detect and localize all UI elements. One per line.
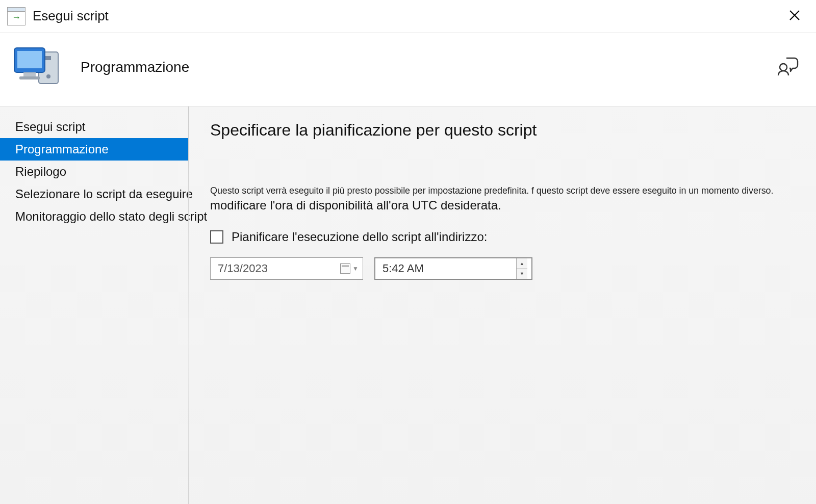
nav-item-select-script[interactable]: Selezionare lo script da eseguire	[0, 183, 188, 205]
svg-rect-6	[17, 51, 42, 68]
feedback-icon[interactable]	[776, 54, 801, 81]
svg-rect-7	[23, 72, 36, 76]
nav-label: Riepilogo	[15, 165, 66, 178]
svg-point-4	[46, 74, 50, 78]
computer-icon	[9, 42, 65, 93]
svg-point-9	[780, 64, 787, 71]
time-value: 5:42 AM	[382, 262, 516, 275]
nav-label: Monitoraggio dello stato degli script	[15, 209, 207, 223]
nav-label: Selezionare lo script da eseguire	[15, 187, 193, 201]
schedule-checkbox[interactable]	[210, 230, 223, 244]
window-title: Esegui script	[33, 8, 109, 24]
spinner-down-icon[interactable]: ▼	[517, 269, 527, 279]
time-field[interactable]: 5:42 AM ▲ ▼	[374, 257, 532, 280]
app-icon: →	[7, 7, 26, 25]
datetime-fields: 7/13/2023 ▼ 5:42 AM ▲ ▼	[210, 257, 795, 280]
spinner-up-icon[interactable]: ▲	[517, 258, 527, 269]
content-panel: Specificare la pianificazione per questo…	[189, 107, 816, 504]
description-line-1: Questo script verrà eseguito il più pres…	[210, 185, 795, 196]
sidebar: Esegui script Programmazione Riepilogo S…	[0, 107, 189, 504]
calendar-icon	[340, 263, 350, 274]
date-value: 7/13/2023	[218, 262, 340, 275]
wizard-header: Programmazione	[0, 33, 816, 106]
run-arrow-icon: →	[12, 13, 21, 22]
nav-item-programmazione[interactable]: Programmazione	[0, 138, 188, 161]
nav-item-riepilogo[interactable]: Riepilogo	[0, 161, 188, 183]
titlebar: → Esegui script	[0, 0, 816, 33]
nav-item-esegui-script[interactable]: Esegui script	[0, 116, 188, 138]
nav-label: Programmazione	[15, 142, 109, 156]
wizard-body: Esegui script Programmazione Riepilogo S…	[0, 106, 816, 504]
svg-rect-8	[19, 76, 40, 79]
page-title: Programmazione	[81, 59, 189, 75]
chevron-down-icon: ▼	[352, 265, 359, 272]
schedule-checkbox-label: Pianificare l'esecuzione dello script al…	[232, 230, 487, 244]
schedule-checkbox-row: Pianificare l'esecuzione dello script al…	[210, 230, 795, 244]
time-spinner[interactable]: ▲ ▼	[516, 258, 527, 279]
content-heading: Specificare la pianificazione per questo…	[210, 121, 795, 140]
nav-label: Esegui script	[15, 120, 85, 134]
nav-item-monitoring[interactable]: Monitoraggio dello stato degli script	[0, 205, 188, 228]
close-button[interactable]	[783, 6, 806, 27]
date-field[interactable]: 7/13/2023 ▼	[210, 257, 363, 280]
description-line-2: modificare l'ora di disponibilità all'or…	[210, 198, 795, 213]
date-picker-trigger[interactable]: ▼	[340, 263, 359, 274]
close-icon	[788, 9, 801, 21]
